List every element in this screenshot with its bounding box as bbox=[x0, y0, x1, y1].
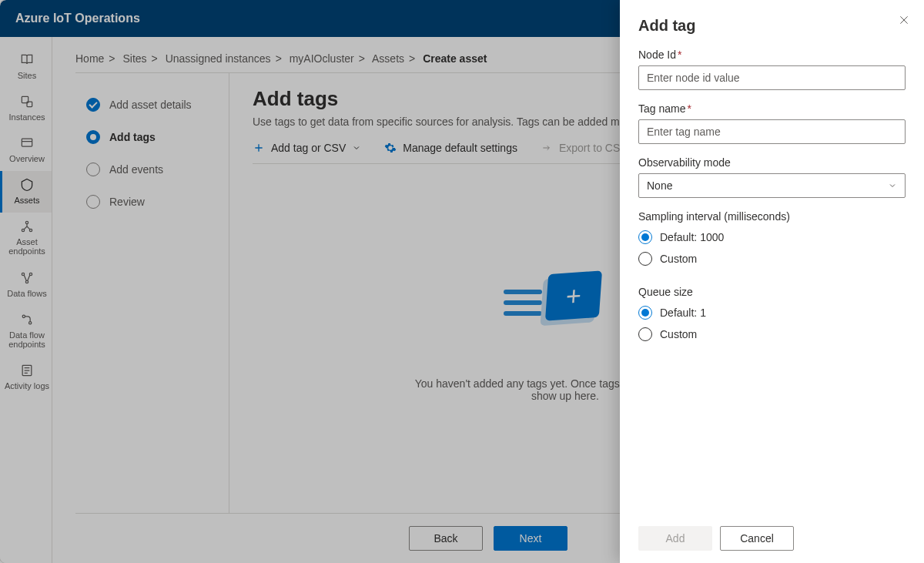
flyout-cancel-button[interactable]: Cancel bbox=[720, 526, 794, 551]
radio-icon bbox=[638, 252, 652, 266]
sampling-default-radio[interactable]: Default: 1000 bbox=[638, 230, 906, 244]
observability-label: Observability mode bbox=[638, 156, 906, 169]
sampling-custom-radio[interactable]: Custom bbox=[638, 252, 906, 266]
flyout-title: Add tag bbox=[638, 17, 906, 35]
observability-select[interactable]: None bbox=[638, 173, 906, 198]
chevron-down-icon bbox=[888, 181, 897, 190]
queue-custom-radio[interactable]: Custom bbox=[638, 327, 906, 341]
add-tag-flyout: Add tag Node Id* Tag name* Observability… bbox=[620, 0, 924, 563]
sampling-label: Sampling interval (milliseconds) bbox=[638, 210, 906, 223]
select-value: None bbox=[647, 179, 672, 192]
close-button[interactable] bbox=[898, 14, 910, 28]
radio-label: Default: 1000 bbox=[660, 231, 724, 243]
radio-label: Custom bbox=[660, 328, 697, 340]
radio-icon bbox=[638, 230, 652, 244]
radio-icon bbox=[638, 327, 652, 341]
node-id-input[interactable] bbox=[638, 65, 906, 90]
radio-label: Default: 1 bbox=[660, 307, 706, 319]
tag-name-label: Tag name* bbox=[638, 102, 906, 115]
node-id-label: Node Id* bbox=[638, 49, 906, 61]
tag-name-input[interactable] bbox=[638, 119, 906, 144]
flyout-add-button: Add bbox=[638, 526, 712, 551]
queue-label: Queue size bbox=[638, 286, 906, 298]
close-icon bbox=[898, 14, 910, 26]
radio-icon bbox=[638, 306, 652, 320]
radio-label: Custom bbox=[660, 253, 697, 265]
queue-default-radio[interactable]: Default: 1 bbox=[638, 306, 906, 320]
